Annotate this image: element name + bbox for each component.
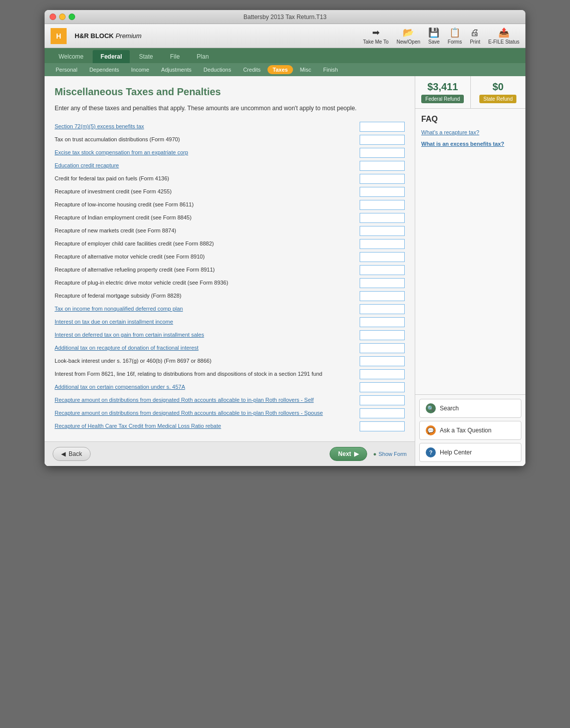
forms-button[interactable]: 📋 Forms [448,27,462,45]
form-input-20[interactable] [360,369,405,379]
form-row-19: Look-back interest under s. 167(g) or 46… [55,356,405,366]
form-input-18[interactable] [360,343,405,353]
show-form-button[interactable]: ● Show Form [373,451,407,457]
page-title: Miscellaneous Taxes and Penalties [55,86,405,98]
form-input-3[interactable] [360,148,405,158]
form-input-10[interactable] [360,239,405,249]
subnav-taxes[interactable]: Taxes [267,65,293,74]
form-input-5[interactable] [360,174,405,184]
form-input-4[interactable] [360,161,405,171]
form-label-23[interactable]: Recapture amount on distributions from d… [55,409,356,417]
intro-text: Enter any of these taxes and penalties t… [55,104,405,113]
subnav-personal[interactable]: Personal [51,65,82,74]
help-center-button[interactable]: ? Help Center [419,443,521,462]
tab-plan[interactable]: Plan [189,50,217,63]
federal-refund-amount: $3,411 [420,81,465,93]
form-row-5: Credit for federal tax paid on fuels (Fo… [55,174,405,184]
ask-icon: 💬 [426,425,436,435]
form-label-19: Look-back interest under s. 167(g) or 46… [55,357,356,365]
subnav-misc[interactable]: Misc [295,65,317,74]
faq-link-1[interactable]: What's a recapture tax? [421,129,519,136]
form-label-10: Recapture of employer child care facilit… [55,240,356,248]
form-input-11[interactable] [360,252,405,262]
form-input-8[interactable] [360,213,405,223]
form-label-17[interactable]: Interest on deferred tax on gain from ce… [55,331,356,339]
print-icon: 🖨 [470,28,479,38]
form-rows: Section 72(m)(5) excess benefits tax Tax… [55,122,405,431]
next-button[interactable]: Next ▶ [330,447,367,461]
form-input-24[interactable] [360,421,405,431]
right-sidebar: $3,411 Federal Refund $0 State Refund FA… [415,76,525,466]
form-input-12[interactable] [360,265,405,275]
form-input-6[interactable] [360,187,405,197]
faq-title: FAQ [421,115,519,124]
e-file-status-button[interactable]: 📤 E-FILE Status [488,27,519,45]
form-label-15[interactable]: Tax on income from nonqualified deferred… [55,305,356,313]
form-input-21[interactable] [360,382,405,392]
form-label-24[interactable]: Recapture of Health Care Tax Credit from… [55,422,356,430]
form-input-15[interactable] [360,304,405,314]
tab-file[interactable]: File [162,50,188,63]
back-arrow-icon: ◀ [61,450,66,457]
form-row-17: Interest on deferred tax on gain from ce… [55,330,405,340]
take-me-to-icon: ➡ [372,27,380,38]
form-row-22: Recapture amount on distributions from d… [55,395,405,405]
form-label-18[interactable]: Additional tax on recapture of donation … [55,344,356,352]
form-label-21[interactable]: Additional tax on certain compensation u… [55,383,356,391]
form-input-14[interactable] [360,291,405,301]
faq-link-2[interactable]: What is an excess benefits tax? [421,140,519,148]
take-me-to-button[interactable]: ➡ Take Me To [363,27,389,45]
form-label-16[interactable]: Interest on tax due on certain installme… [55,318,356,326]
form-label-22[interactable]: Recapture amount on distributions from d… [55,396,356,404]
form-input-2[interactable] [360,135,405,145]
subnav-finish[interactable]: Finish [318,65,343,74]
form-row-6: Recapture of investment credit (see Form… [55,187,405,197]
main-layout: Miscellaneous Taxes and Penalties Enter … [45,76,525,466]
state-refund-label: State Refund [479,95,516,103]
traffic-lights [50,14,75,20]
close-button[interactable] [50,14,56,20]
subnav-adjustments[interactable]: Adjustments [156,65,197,74]
logo-box: H [51,28,67,44]
form-row-7: Recapture of low-income housing credit (… [55,200,405,210]
form-input-16[interactable] [360,317,405,327]
maximize-button[interactable] [69,14,75,20]
form-input-22[interactable] [360,395,405,405]
form-label-1[interactable]: Section 72(m)(5) excess benefits tax [55,123,356,130]
search-button[interactable]: 🔍 Search [419,399,521,418]
form-label-4[interactable]: Education credit recapture [55,162,356,169]
tab-federal[interactable]: Federal [93,50,130,63]
form-label-2: Tax on trust accumulation distributions … [55,136,356,143]
subnav-income[interactable]: Income [126,65,154,74]
form-row-13: Recapture of plug-in electric drive moto… [55,278,405,288]
subnav-deductions[interactable]: Deductions [198,65,236,74]
print-button[interactable]: 🖨 Print [470,28,480,45]
minimize-button[interactable] [59,14,66,20]
show-form-icon: ● [373,451,377,457]
ask-tax-question-button[interactable]: 💬 Ask a Tax Question [419,421,521,440]
help-center-icon: ? [426,447,436,457]
form-label-13: Recapture of plug-in electric drive moto… [55,279,356,287]
form-input-9[interactable] [360,226,405,236]
form-input-17[interactable] [360,330,405,340]
form-input-13[interactable] [360,278,405,288]
back-button[interactable]: ◀ Back [53,447,91,461]
form-input-1[interactable] [360,122,405,132]
state-refund-box: $0 State Refund [471,76,526,108]
new-open-button[interactable]: 📂 New/Open [397,27,420,45]
form-input-7[interactable] [360,200,405,210]
form-input-19[interactable] [360,356,405,366]
save-button[interactable]: 💾 Save [428,27,440,45]
tab-state[interactable]: State [131,50,161,63]
state-refund-amount: $0 [476,81,521,93]
faq-section: FAQ What's a recapture tax? What is an e… [415,109,525,394]
tab-welcome[interactable]: Welcome [51,50,92,63]
subnav-credits[interactable]: Credits [238,65,265,74]
form-row-10: Recapture of employer child care facilit… [55,239,405,249]
form-label-3[interactable]: Excise tax stock compensation from an ex… [55,149,356,156]
window-title: Battersby 2013 Tax Return.T13 [243,14,327,21]
new-open-icon: 📂 [403,27,414,38]
form-input-23[interactable] [360,408,405,418]
subnav-dependents[interactable]: Dependents [84,65,124,74]
refund-section: $3,411 Federal Refund $0 State Refund [415,76,525,109]
